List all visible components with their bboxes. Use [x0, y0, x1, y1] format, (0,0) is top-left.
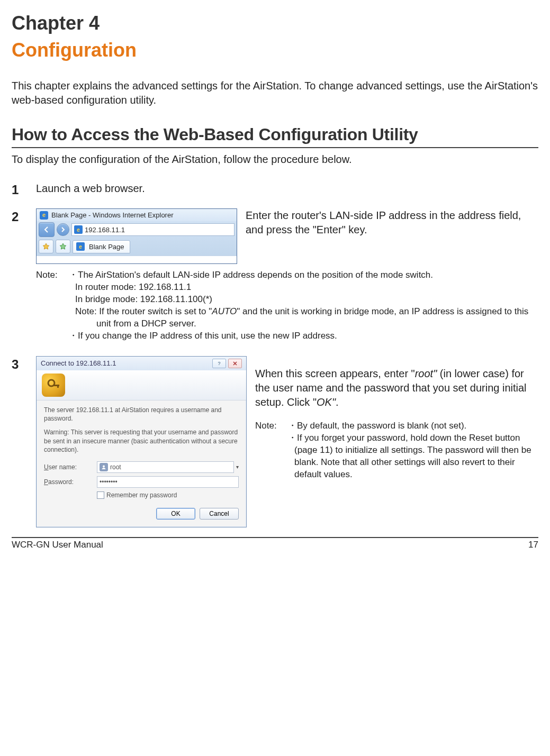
step-1-text: Launch a web browser. — [36, 181, 538, 196]
favorites-button[interactable] — [39, 240, 53, 253]
password-input[interactable]: •••••••• — [97, 476, 239, 488]
step-2-instruction: Enter the router's LAN-side IP address i… — [246, 208, 538, 237]
section-heading: How to Access the Web-Based Configuratio… — [12, 123, 538, 148]
step-3-note: Note: ・By default, the password is blank… — [255, 420, 538, 481]
remember-label: Remember my password — [106, 491, 177, 499]
close-icon — [232, 361, 238, 366]
user-icon — [100, 463, 108, 471]
cancel-button[interactable]: Cancel — [200, 508, 239, 520]
dialog-server-msg: The server 192.168.11.1 at AirStation re… — [44, 406, 239, 423]
address-bar[interactable]: e 192.168.11.1 — [71, 223, 235, 236]
svg-rect-3 — [57, 385, 59, 388]
browser-window-title: Blank Page - Windows Internet Explorer — [51, 211, 174, 220]
footer-page-number: 17 — [528, 539, 538, 551]
dialog-warning: Warning: This server is requesting that … — [44, 428, 239, 454]
step-3: 3 Connect to 192.168.11.1 ? — [12, 356, 538, 527]
note-line: ・If you forget your password, hold down … — [288, 432, 538, 481]
step-number: 1 — [12, 181, 36, 198]
svg-text:?: ? — [218, 361, 220, 366]
note-line: ・If you change the IP address of this un… — [69, 330, 538, 342]
note-label: Note: — [36, 269, 69, 342]
remember-checkbox[interactable] — [97, 491, 104, 499]
step-2-note: Note: ・The AirStation's default LAN-side… — [36, 269, 538, 342]
note-line: ・The AirStation's default LAN-side IP ad… — [69, 269, 538, 281]
note-line: In bridge mode: 192.168.11.100(*) — [69, 294, 538, 306]
page-footer: WCR-GN User Manual 17 — [12, 537, 538, 551]
note-line: In router mode: 192.168.11.1 — [69, 281, 538, 294]
browser-content-area — [37, 256, 237, 263]
footer-manual-name: WCR-GN User Manual — [12, 539, 103, 551]
dialog-title: Connect to 192.168.11.1 — [41, 359, 116, 368]
tab-label: Blank Page — [89, 242, 124, 252]
note-label: Note: — [255, 420, 288, 481]
ie-page-icon: e — [76, 242, 85, 251]
close-button[interactable] — [228, 359, 242, 368]
browser-screenshot: e Blank Page - Windows Internet Explorer… — [36, 208, 237, 265]
keys-icon — [42, 374, 65, 397]
svg-point-4 — [103, 465, 105, 467]
chapter-intro: This chapter explains the advanced setti… — [12, 79, 538, 107]
star-plus-icon — [59, 243, 67, 250]
username-input[interactable]: root — [97, 461, 234, 473]
step-2: 2 e Blank Page - Windows Internet Explor… — [12, 208, 538, 342]
step-1: 1 Launch a web browser. — [12, 181, 538, 198]
browser-tab[interactable]: e Blank Page — [73, 240, 130, 254]
username-label: User name: — [44, 463, 97, 471]
section-intro: To display the configuration of the AirS… — [12, 152, 538, 167]
arrow-right-icon — [60, 227, 66, 232]
address-value: 192.168.11.1 — [85, 225, 125, 235]
question-icon: ? — [217, 361, 222, 366]
password-label: Password: — [44, 478, 97, 486]
ok-button[interactable]: OK — [156, 508, 195, 520]
arrow-left-icon — [43, 226, 50, 233]
step-number: 3 — [12, 356, 36, 373]
chapter-title: Chapter 4 — [12, 11, 538, 37]
step-number: 2 — [12, 208, 36, 225]
back-button[interactable] — [39, 222, 55, 237]
chapter-subtitle: Configuration — [12, 38, 538, 63]
page-icon: e — [74, 225, 83, 234]
star-icon — [42, 243, 50, 250]
username-value: root — [110, 463, 121, 471]
add-favorite-button[interactable] — [56, 240, 70, 253]
forward-button[interactable] — [57, 223, 69, 236]
credentials-dialog: Connect to 192.168.11.1 ? — [36, 356, 247, 527]
ie-logo-icon: e — [40, 211, 48, 220]
help-button[interactable]: ? — [212, 359, 226, 368]
dropdown-icon[interactable]: ▾ — [236, 463, 239, 471]
password-value: •••••••• — [100, 478, 118, 486]
step-3-instruction: When this screen appears, enter "root" (… — [255, 367, 538, 409]
note-line: Note: If the router switch is set to "AU… — [69, 306, 538, 330]
note-line: ・By default, the password is blank (not … — [288, 420, 538, 432]
